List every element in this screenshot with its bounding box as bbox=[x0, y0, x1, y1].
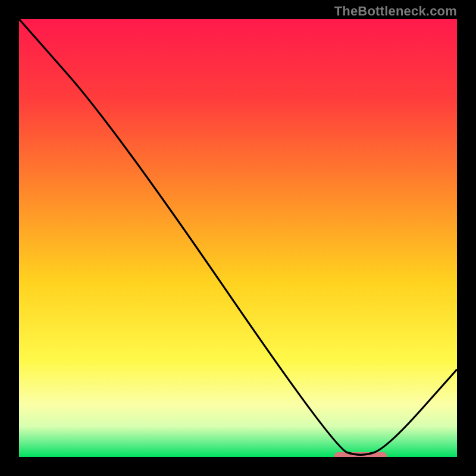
plot-area bbox=[19, 19, 457, 457]
bottleneck-curve-chart bbox=[19, 19, 457, 457]
watermark-text: TheBottleneck.com bbox=[334, 4, 457, 19]
chart-frame: TheBottleneck.com bbox=[0, 0, 476, 476]
gradient-background bbox=[19, 19, 457, 457]
